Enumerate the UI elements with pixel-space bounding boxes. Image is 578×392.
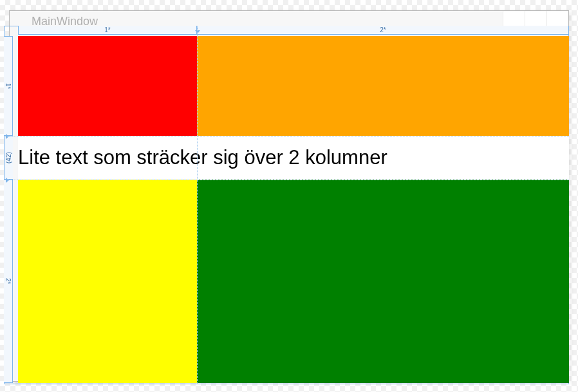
minimize-button[interactable] [503, 11, 525, 26]
row-ruler-2[interactable]: (42) [4, 136, 13, 180]
column-ruler-1-label: 1* [104, 26, 110, 33]
layout-grid: Lite text som sträcker sig över 2 kolumn… [18, 36, 569, 383]
row-ruler-1[interactable]: 1* [4, 36, 13, 136]
row-ruler-3[interactable]: 2* [4, 180, 13, 383]
column-ruler-2[interactable]: 2* [197, 26, 569, 35]
column-ruler-2-label: 2* [380, 26, 386, 33]
column-ruler-1[interactable]: 1* [18, 26, 197, 35]
grid-cell-yellow[interactable] [18, 180, 197, 383]
grid-cell-text[interactable]: Lite text som sträcker sig över 2 kolumn… [18, 136, 569, 180]
grid-cell-green[interactable] [197, 180, 569, 383]
close-button[interactable] [546, 11, 568, 26]
window-buttons [503, 11, 568, 26]
maximize-button[interactable] [525, 11, 546, 26]
row-ruler-2-label: (42) [5, 152, 12, 163]
row-ruler-3-label: 2* [5, 278, 12, 284]
grid-cell-red[interactable] [18, 36, 197, 136]
grid-cell-orange[interactable] [197, 36, 569, 136]
row-ruler-1-label: 1* [5, 83, 12, 89]
span-text-label: Lite text som sträcker sig över 2 kolumn… [18, 146, 387, 169]
